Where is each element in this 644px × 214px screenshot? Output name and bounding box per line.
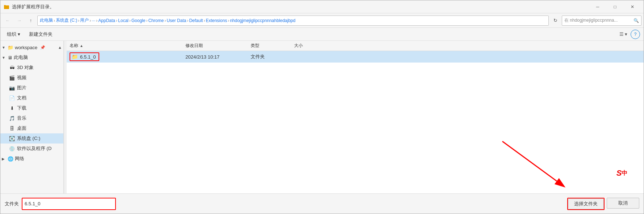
breadcrumb: 此电脑 › 系统盘 (C:) › 用户 › ··· › AppData › Lo… — [40, 17, 296, 23]
file-cell-type: 文件夹 — [251, 54, 294, 60]
file-header: 名称 ▲ 修改日期 类型 大小 — [67, 41, 644, 51]
sidebar-item-downloads[interactable]: ⬇ 下载 — [0, 103, 63, 113]
sidebar-label: 此电脑 — [14, 54, 28, 61]
breadcrumb-part-2[interactable]: 用户 — [80, 17, 89, 23]
sidebar-label: 3D 对象 — [17, 64, 34, 71]
up-button[interactable]: ↑ — [26, 16, 36, 26]
sidebar-label: 文档 — [17, 95, 26, 101]
maximize-button[interactable]: □ — [607, 1, 623, 13]
sidebar-item-video[interactable]: 🎬 视频 — [0, 73, 63, 83]
pin-icon: 📌 — [40, 45, 45, 50]
breadcrumb-part-10[interactable]: Extensions — [206, 18, 227, 23]
network-icon: 🌐 — [8, 156, 13, 162]
document-icon: 📄 — [9, 95, 15, 101]
minimize-button[interactable]: ─ — [589, 1, 606, 13]
expand-icon: ▼ — [2, 46, 6, 50]
sidebar-item-music[interactable]: 🎵 音乐 — [0, 113, 63, 123]
col-size-header[interactable]: 大小 — [294, 43, 330, 49]
forward-button[interactable]: → — [14, 16, 24, 26]
col-date-header[interactable]: 修改日期 — [185, 43, 251, 49]
breadcrumb-part-7[interactable]: Chrome — [148, 18, 164, 23]
filename-label: 文件夹 — [5, 201, 19, 207]
picture-icon: 📷 — [9, 85, 15, 91]
col-date-label: 修改日期 — [185, 43, 203, 48]
search-box[interactable]: 在 nhdogjmejiglipccpnnna... 🔍 — [562, 16, 641, 26]
close-button[interactable]: ✕ — [624, 1, 641, 13]
sidebar-label: workspace — [15, 45, 37, 50]
refresh-button[interactable]: ↻ — [550, 16, 560, 26]
new-folder-button[interactable]: 新建文件夹 — [26, 30, 55, 39]
video-icon: 🎬 — [9, 75, 15, 81]
sidebar-item-documents[interactable]: 📄 文档 — [0, 93, 63, 103]
col-type-header[interactable]: 类型 — [251, 43, 294, 49]
new-folder-label: 新建文件夹 — [29, 31, 53, 38]
file-type: 文件夹 — [251, 54, 265, 59]
breadcrumb-part-0[interactable]: 此电脑 — [40, 17, 53, 23]
expand-more-icon: ▲ — [58, 45, 62, 50]
breadcrumb-part-5[interactable]: Local — [118, 18, 129, 23]
toolbar-row: 组织 ▾ 新建文件夹 ☰ ▾ ? — [0, 28, 644, 41]
filename-input-wrapper — [22, 198, 116, 210]
sidebar-item-3d[interactable]: 🕶 3D 对象 — [0, 63, 63, 73]
expand-icon: ▼ — [2, 56, 6, 60]
file-area: 名称 ▲ 修改日期 类型 大小 — [67, 41, 644, 193]
folder-icon: 📁 — [8, 45, 13, 50]
toolbar-right: ☰ ▾ ? — [618, 30, 640, 39]
sidebar-item-cdrive[interactable]: 💽 系统盘 (C:) — [0, 133, 63, 144]
address-bar-row: ← → ↑ 此电脑 › 系统盘 (C:) › 用户 › ··· › AppDat… — [0, 13, 644, 28]
file-dialog: 选择扩展程序目录。 ─ □ ✕ ← → ↑ 此电脑 › 系统盘 (C:) › 用… — [0, 0, 644, 214]
cancel-button[interactable]: 取消 — [607, 198, 639, 209]
desktop-icon: 🗄 — [9, 125, 15, 131]
disk2-icon: 💿 — [9, 146, 15, 151]
download-icon: ⬇ — [9, 105, 15, 111]
select-folder-button[interactable]: 选择文件夹 — [568, 198, 604, 209]
breadcrumb-part-6[interactable]: Google — [131, 18, 146, 23]
organize-label: 组织 — [7, 31, 16, 38]
expand-icon: ▶ — [2, 157, 6, 161]
sidebar-scrollbar[interactable] — [64, 41, 67, 193]
sidebar-item-desktop[interactable]: 🗄 桌面 — [0, 123, 63, 133]
breadcrumb-part-11[interactable]: nhdogjmejiglipccpnnnahbledajbpd — [230, 18, 296, 23]
file-name: 6.5.1_0 — [80, 54, 96, 60]
3d-icon: 🕶 — [9, 65, 15, 70]
sidebar-item-pictures[interactable]: 📷 图片 — [0, 83, 63, 93]
sidebar-label: 软件以及程序 (D — [17, 145, 51, 152]
sidebar-label: 音乐 — [17, 115, 26, 121]
help-button[interactable]: ? — [631, 30, 640, 39]
sidebar-label: 网络 — [15, 155, 24, 162]
file-list: 📁 6.5.1_0 2024/2/13 10:17 文件夹 — [67, 51, 644, 193]
breadcrumb-part-8[interactable]: User Data — [167, 18, 186, 23]
search-placeholder: 在 nhdogjmejiglipccpnnna... — [564, 17, 618, 23]
filename-input[interactable] — [22, 198, 115, 209]
sidebar-item-ddrive[interactable]: 💿 软件以及程序 (D — [0, 144, 63, 154]
organize-button[interactable]: 组织 ▾ — [4, 30, 23, 39]
breadcrumb-part-4[interactable]: AppData — [98, 18, 115, 23]
sidebar-item-workspace[interactable]: ▼ 📁 workspace 📌 ▲ — [0, 42, 63, 52]
svg-rect-1 — [4, 5, 6, 6]
sidebar: ▼ 📁 workspace 📌 ▲ ▼ 🖥 此电脑 🕶 3D 对象 🎬 视频 — [0, 41, 64, 193]
title-bar: 选择扩展程序目录。 ─ □ ✕ — [0, 0, 644, 13]
address-bar[interactable]: 此电脑 › 系统盘 (C:) › 用户 › ··· › AppData › Lo… — [37, 16, 549, 26]
breadcrumb-part-1[interactable]: 系统盘 (C:) — [56, 17, 77, 23]
sidebar-item-thispc[interactable]: ▼ 🖥 此电脑 — [0, 52, 63, 63]
folder-icon: 📁 — [72, 54, 78, 60]
file-cell-date: 2024/2/13 10:17 — [185, 54, 251, 60]
window-controls: ─ □ ✕ — [589, 1, 641, 13]
back-button[interactable]: ← — [3, 16, 13, 26]
file-cell-name: 📁 6.5.1_0 — [70, 52, 185, 61]
search-icon: 🔍 — [633, 18, 639, 23]
sidebar-label: 视频 — [17, 74, 26, 81]
col-name-header[interactable]: 名称 ▲ — [70, 43, 185, 49]
breadcrumb-part-9[interactable]: Default — [189, 18, 203, 23]
breadcrumb-part-3[interactable]: ··· — [92, 18, 95, 23]
sidebar-label: 下载 — [17, 105, 26, 111]
organize-dropdown-icon: ▾ — [18, 31, 20, 37]
computer-icon: 🖥 — [8, 55, 12, 60]
col-size-label: 大小 — [294, 43, 303, 48]
table-row[interactable]: 📁 6.5.1_0 2024/2/13 10:17 文件夹 — [67, 51, 644, 63]
view-button[interactable]: ☰ ▾ — [618, 30, 628, 39]
sidebar-item-network[interactable]: ▶ 🌐 网络 — [0, 154, 63, 164]
sidebar-label: 系统盘 (C:) — [17, 135, 40, 142]
select-btn-wrapper: 选择文件夹 — [567, 198, 605, 210]
sidebar-label: 桌面 — [17, 125, 26, 132]
